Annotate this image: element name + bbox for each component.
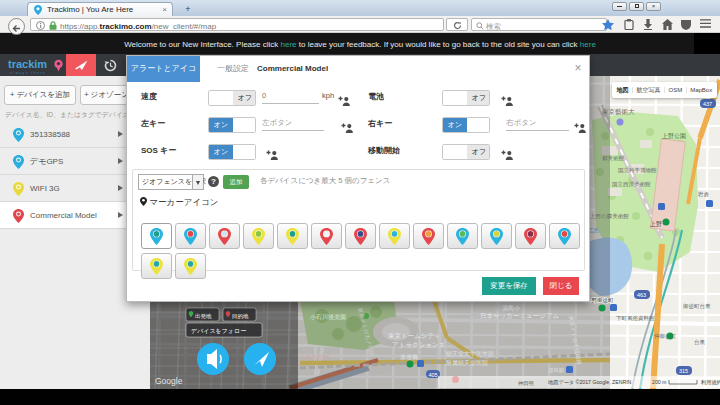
svg-text:出発地: 出発地: [195, 313, 212, 320]
svg-text:405: 405: [429, 372, 438, 378]
svg-text:デバイスをフォロー: デバイスをフォロー: [191, 328, 246, 334]
svg-text:地図データ ©2017 Google, ZENRIN: 地図データ ©2017 Google, ZENRIN: [547, 379, 632, 385]
svg-text:小石川後楽園: 小石川後楽園: [310, 313, 346, 321]
svg-text:上野公園: 上野公園: [661, 133, 686, 140]
svg-text:東京ドームシティ: 東京ドームシティ: [388, 332, 441, 339]
svg-text:437: 437: [703, 101, 712, 107]
svg-text:下町風俗資料館: 下町風俗資料館: [616, 315, 655, 322]
svg-text:trackim: trackim: [8, 58, 47, 70]
svg-text:神田明: 神田明: [518, 380, 534, 386]
svg-text:御徒町台東: 御徒町台東: [682, 303, 711, 310]
svg-text:都美術館: 都美術館: [602, 155, 625, 162]
svg-text:目的地: 目的地: [232, 313, 249, 320]
svg-text:上野: 上野: [649, 221, 662, 227]
svg-text:日本サッカーミュージアム: 日本サッカーミュージアム: [480, 312, 560, 320]
svg-text:順天堂大学医学部: 順天堂大学医学部: [446, 350, 494, 358]
svg-text:上野の森美術館: 上野の森美術館: [590, 213, 629, 220]
svg-text:315: 315: [679, 368, 688, 374]
svg-text:台東: 台東: [694, 339, 706, 345]
svg-text:湯島駅: 湯島駅: [548, 367, 565, 374]
svg-text:岩倉: 岩倉: [697, 191, 710, 197]
svg-text:463: 463: [637, 292, 646, 298]
svg-text:国立科学博物館: 国立科学博物館: [618, 167, 657, 174]
svg-text:アトラクションズ: アトラクションズ: [392, 341, 446, 348]
svg-text:200 m: 200 m: [652, 379, 666, 385]
svg-text:水道橋: 水道橋: [400, 354, 418, 360]
svg-text:Google: Google: [155, 376, 183, 386]
svg-text:附属順天堂医院: 附属順天堂医院: [446, 359, 488, 367]
svg-text:東京藝術大: 東京藝術大: [602, 108, 635, 116]
svg-text:首都高速5号: 首都高速5号: [300, 354, 331, 361]
svg-text:always there: always there: [10, 71, 46, 75]
svg-text:利用規約: 利用規約: [701, 379, 720, 386]
svg-text:上野御徒町: 上野御徒町: [586, 297, 614, 304]
svg-text:国立西洋美術館: 国立西洋美術館: [612, 181, 651, 188]
svg-text:湯島小: 湯島小: [502, 304, 521, 312]
